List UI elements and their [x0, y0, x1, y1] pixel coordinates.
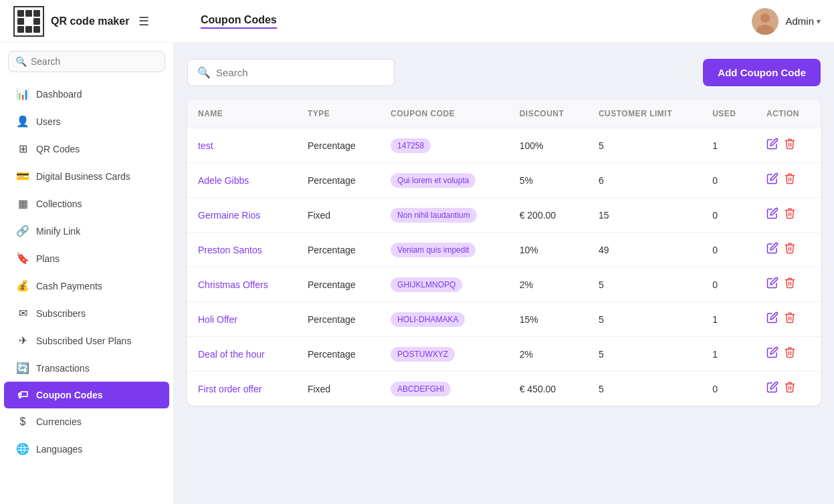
table-row: Adele Gibbs Percentage Qui lorem et volu… — [187, 163, 821, 198]
edit-button[interactable] — [766, 138, 778, 153]
table-header-used: USED — [702, 100, 756, 128]
coupon-type: Percentage — [297, 163, 380, 198]
table-header-discount: DISCOUNT — [509, 100, 588, 128]
delete-button[interactable] — [784, 242, 796, 257]
delete-button[interactable] — [784, 138, 796, 153]
coupon-discount: 5% — [509, 163, 588, 198]
chevron-down-icon: ▾ — [817, 17, 821, 26]
edit-button[interactable] — [766, 207, 778, 223]
table-header-customer-limit: CUSTOMER LIMIT — [588, 100, 702, 128]
sidebar-item-cash-payments[interactable]: 💰 Cash Payments — [4, 272, 169, 299]
add-coupon-button[interactable]: Add Coupon Code — [703, 59, 821, 86]
sidebar-item-transactions[interactable]: 🔄 Transactions — [4, 354, 169, 382]
cash-payments-icon: 💰 — [16, 279, 29, 292]
coupon-codes-icon: 🏷 — [16, 389, 29, 401]
coupon-code-badge: HOLI-DHAMAKA — [391, 312, 465, 327]
logo-area: QR code maker ☰ — [13, 6, 187, 37]
sidebar-search-box[interactable]: 🔍 — [8, 51, 165, 72]
main-content: 🔍 Add Coupon Code NAMETYPECOUPON CODEDIS… — [174, 43, 834, 504]
transactions-icon: 🔄 — [16, 362, 29, 374]
sidebar-item-subscribed-user-plans[interactable]: ✈ Subscribed User Plans — [4, 327, 169, 354]
coupon-name-link[interactable]: Deal of the hour — [198, 349, 265, 360]
action-buttons — [766, 346, 810, 362]
qr-logo-icon — [13, 6, 44, 37]
coupon-name-link[interactable]: First order offer — [198, 384, 262, 394]
sidebar-item-label: Collections — [36, 199, 82, 209]
sidebar-item-label: Users — [36, 116, 61, 127]
delete-button[interactable] — [784, 172, 796, 188]
action-buttons — [766, 381, 810, 396]
coupon-discount: € 450.00 — [509, 372, 588, 406]
sidebar-item-minify-link[interactable]: 🔗 Minify Link — [4, 217, 169, 245]
delete-button[interactable] — [784, 346, 796, 362]
sidebar-item-label: Currencies — [36, 416, 82, 427]
languages-icon: 🌐 — [16, 443, 29, 455]
qr-codes-icon: ⊞ — [16, 142, 29, 155]
edit-button[interactable] — [766, 346, 778, 362]
sidebar-item-plans[interactable]: 🔖 Plans — [4, 245, 169, 272]
coupon-name-link[interactable]: Holi Offer — [198, 314, 237, 325]
sidebar-item-qr-codes[interactable]: ⊞ QR Codes — [4, 135, 169, 162]
used-count: 0 — [702, 233, 756, 267]
coupon-name-link[interactable]: Germaine Rios — [198, 210, 260, 221]
table-header-name: NAME — [187, 100, 297, 128]
action-buttons — [766, 207, 810, 223]
delete-button[interactable] — [784, 311, 796, 327]
table-row: First order offer Fixed ABCDEFGHI € 450.… — [187, 372, 821, 406]
edit-button[interactable] — [766, 242, 778, 257]
coupon-discount: 2% — [509, 337, 588, 372]
subscribed-user-plans-icon: ✈ — [16, 334, 29, 347]
table-header-type: TYPE — [297, 100, 380, 128]
sidebar-item-label: Plans — [36, 253, 60, 264]
delete-button[interactable] — [784, 207, 796, 223]
sidebar-item-currencies[interactable]: $ Currencies — [4, 408, 169, 435]
sidebar-item-digital-business-cards[interactable]: 💳 Digital Business Cards — [4, 162, 169, 190]
table-row: Holi Offer Percentage HOLI-DHAMAKA 15% 5… — [187, 302, 821, 337]
coupon-code-badge: Non nihil laudantium — [391, 208, 477, 223]
coupon-name-link[interactable]: Adele Gibbs — [198, 175, 249, 186]
coupon-type: Percentage — [297, 233, 380, 267]
sidebar-item-label: QR Codes — [36, 144, 80, 154]
minify-link-icon: 🔗 — [16, 225, 29, 237]
used-count: 1 — [702, 128, 756, 163]
edit-button[interactable] — [766, 311, 778, 327]
main-search-box[interactable]: 🔍 — [187, 59, 395, 86]
coupon-name-link[interactable]: Christmas Offers — [198, 279, 268, 290]
sidebar-item-languages[interactable]: 🌐 Languages — [4, 435, 169, 463]
sidebar-item-dashboard[interactable]: 📊 Dashboard — [4, 80, 169, 108]
sidebar-item-collections[interactable]: ▦ Collections — [4, 190, 169, 217]
edit-button[interactable] — [766, 277, 778, 292]
table-row: Preston Santos Percentage Veniam quis im… — [187, 233, 821, 267]
coupon-name-link[interactable]: Preston Santos — [198, 245, 262, 255]
coupon-type: Percentage — [297, 267, 380, 302]
customer-limit: 5 — [588, 302, 702, 337]
sidebar-search-input[interactable] — [31, 56, 158, 67]
table-header-coupon-code: COUPON CODE — [380, 100, 509, 128]
users-icon: 👤 — [16, 115, 29, 128]
main-search-input[interactable] — [216, 67, 385, 78]
used-count: 1 — [702, 302, 756, 337]
delete-button[interactable] — [784, 381, 796, 396]
sidebar-item-label: Subscribed User Plans — [36, 336, 131, 346]
sidebar-item-users[interactable]: 👤 Users — [4, 108, 169, 135]
admin-label[interactable]: Admin ▾ — [785, 15, 821, 27]
sidebar-item-label: Coupon Codes — [36, 390, 103, 400]
coupon-name-link[interactable]: test — [198, 140, 213, 151]
delete-button[interactable] — [784, 277, 796, 292]
sidebar-item-coupon-codes[interactable]: 🏷 Coupon Codes — [4, 382, 169, 408]
dashboard-icon: 📊 — [16, 88, 29, 100]
menu-icon[interactable]: ☰ — [138, 14, 149, 29]
main-topbar: 🔍 Add Coupon Code — [187, 59, 821, 86]
avatar[interactable] — [752, 8, 778, 35]
coupon-type: Percentage — [297, 302, 380, 337]
action-buttons — [766, 242, 810, 257]
page-title: Coupon Codes — [201, 14, 277, 29]
sidebar-item-subscribers[interactable]: ✉ Subscribers — [4, 299, 169, 327]
nav-title-area: Coupon Codes — [187, 14, 752, 29]
logo-text: QR code maker — [51, 15, 129, 27]
customer-limit: 15 — [588, 198, 702, 233]
edit-button[interactable] — [766, 172, 778, 188]
used-count: 0 — [702, 163, 756, 198]
edit-button[interactable] — [766, 381, 778, 396]
sidebar-item-label: Digital Business Cards — [36, 171, 130, 182]
